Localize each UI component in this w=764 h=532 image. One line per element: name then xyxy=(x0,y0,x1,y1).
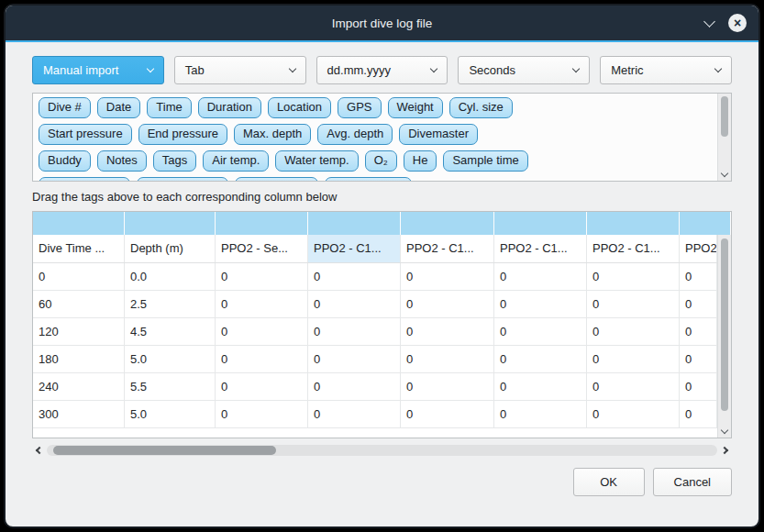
tags-list: Dive #DateTimeDurationLocationGPSWeightC… xyxy=(33,94,717,181)
tag-sample-po[interactable]: Sample pO₂ xyxy=(235,177,317,181)
drop-target-cell[interactable] xyxy=(33,212,125,235)
drop-target-cell[interactable] xyxy=(308,212,401,235)
table-cell: 240 xyxy=(33,373,125,400)
tag-date[interactable]: Date xyxy=(97,97,140,118)
tag-sample-time[interactable]: Sample time xyxy=(443,150,527,172)
table-row: 2405.5000000 xyxy=(33,373,717,401)
table-cell: 0 xyxy=(216,318,308,345)
scrollbar-thumb[interactable] xyxy=(721,238,728,411)
table-cell: 0 xyxy=(308,373,401,400)
units-system-dropdown[interactable]: Metric xyxy=(600,56,732,84)
tags-vertical-scrollbar[interactable] xyxy=(717,94,731,181)
table-cell: 0 xyxy=(494,373,587,400)
tag-weight[interactable]: Weight xyxy=(388,97,443,118)
tag-buddy[interactable]: Buddy xyxy=(39,150,91,172)
import-mode-dropdown[interactable]: Manual import xyxy=(32,56,164,84)
column-header[interactable]: PPO2 - C1... xyxy=(308,235,401,262)
table-cell: 0 xyxy=(216,346,308,372)
drop-target-cell[interactable] xyxy=(587,212,680,235)
chevron-down-icon xyxy=(714,65,722,72)
column-header[interactable]: PPO2 xyxy=(680,235,717,262)
table-cell: 0 xyxy=(308,346,401,372)
chevron-down-icon xyxy=(430,65,437,72)
column-header[interactable]: Dive Time ... xyxy=(33,235,125,262)
tag-time[interactable]: Time xyxy=(147,97,191,118)
table-row: 1204.5000000 xyxy=(33,318,717,346)
drop-target-cell[interactable] xyxy=(401,212,494,235)
tag-sample-temp[interactable]: Sample temp. xyxy=(137,177,228,181)
column-header[interactable]: PPO2 - C1... xyxy=(587,235,680,262)
tag-duration[interactable]: Duration xyxy=(198,97,261,118)
date-format-dropdown[interactable]: dd.mm.yyyy xyxy=(316,56,448,84)
table-cell: 180 xyxy=(33,346,125,372)
titlebar[interactable]: Import dive log file × xyxy=(6,6,758,40)
tag-avg-depth[interactable]: Avg. depth xyxy=(317,124,393,145)
close-icon: × xyxy=(734,17,741,29)
table-cell: 0 xyxy=(587,263,680,290)
table-vertical-scrollbar[interactable] xyxy=(717,235,731,438)
close-button[interactable]: × xyxy=(728,14,747,32)
tag-location[interactable]: Location xyxy=(268,97,331,118)
import-preview-table: Dive Time ...Depth (m)PPO2 - Se...PPO2 -… xyxy=(32,211,732,438)
table-cell: 0 xyxy=(494,263,587,290)
units-system-value: Metric xyxy=(611,63,643,77)
tag-max-depth[interactable]: Max. depth xyxy=(234,124,311,145)
tag-air-temp[interactable]: Air temp. xyxy=(203,150,269,172)
column-header[interactable]: PPO2 - C1... xyxy=(494,235,587,262)
scroll-right-button[interactable] xyxy=(717,448,732,453)
duration-format-dropdown[interactable]: Seconds xyxy=(458,56,590,84)
field-separator-dropdown[interactable]: Tab xyxy=(174,56,306,84)
table-cell: 0 xyxy=(680,373,717,400)
tag-row: Dive #DateTimeDurationLocationGPSWeightC… xyxy=(39,97,712,118)
tag-o[interactable]: O₂ xyxy=(365,150,397,172)
drop-target-cell[interactable] xyxy=(216,212,308,235)
table-row: 3005.0000000 xyxy=(33,401,717,428)
tag-he[interactable]: He xyxy=(404,150,437,172)
column-header[interactable]: PPO2 - Se... xyxy=(216,235,308,262)
field-separator-value: Tab xyxy=(185,63,205,77)
table-cell: 4.5 xyxy=(125,318,216,345)
horizontal-scroll-track[interactable] xyxy=(47,445,717,456)
instruction-text: Drag the tags above to each correspondin… xyxy=(32,190,732,204)
tag-sample-depth[interactable]: Sample depth xyxy=(39,177,130,181)
scrollbar-thumb[interactable] xyxy=(53,446,276,455)
scroll-left-button[interactable] xyxy=(32,448,47,453)
import-options-row: Manual import Tab dd.mm.yyyy Seconds Met… xyxy=(32,56,732,84)
tag-row: BuddyNotesTagsAir temp.Water temp.O₂HeSa… xyxy=(39,150,712,172)
tag-end-pressure[interactable]: End pressure xyxy=(138,124,227,145)
tag-dive[interactable]: Dive # xyxy=(39,97,91,118)
column-header[interactable]: PPO2 - C1... xyxy=(401,235,494,262)
table-cell: 0 xyxy=(401,291,494,317)
tag-start-pressure[interactable]: Start pressure xyxy=(39,124,132,145)
cancel-button[interactable]: Cancel xyxy=(653,468,732,496)
column-header[interactable]: Depth (m) xyxy=(125,235,216,262)
ok-button[interactable]: OK xyxy=(573,468,645,496)
table-cell: 0 xyxy=(680,346,717,372)
drop-target-cell[interactable] xyxy=(494,212,587,235)
titlebar-buttons: × xyxy=(705,6,747,40)
tag-water-temp[interactable]: Water temp. xyxy=(275,150,358,172)
table-cell: 2.5 xyxy=(125,291,216,317)
tag-row: Start pressureEnd pressureMax. depthAvg.… xyxy=(39,124,712,145)
table-cell: 120 xyxy=(33,318,125,345)
chevron-down-icon[interactable] xyxy=(703,16,715,28)
tag-divemaster[interactable]: Divemaster xyxy=(399,124,478,145)
table-row: 00.0000000 xyxy=(33,263,717,291)
table-cell: 0 xyxy=(216,263,308,290)
drop-target-cell[interactable] xyxy=(680,212,731,235)
tag-notes[interactable]: Notes xyxy=(97,150,147,172)
date-format-value: dd.mm.yyyy xyxy=(327,63,391,77)
drop-target-cell[interactable] xyxy=(125,212,216,235)
table-cell: 0 xyxy=(308,263,401,290)
table-horizontal-scrollbar[interactable] xyxy=(32,443,732,458)
scroll-down-icon[interactable] xyxy=(721,427,728,434)
tag-gps[interactable]: GPS xyxy=(338,97,381,118)
tag-cyl-size[interactable]: Cyl. size xyxy=(449,97,513,118)
scrollbar-thumb[interactable] xyxy=(721,96,728,137)
table-cell: 0 xyxy=(401,263,494,290)
scroll-down-icon[interactable] xyxy=(721,170,728,177)
table-cell: 0 xyxy=(33,263,125,290)
table-cell: 5.0 xyxy=(125,401,216,427)
tag-tags[interactable]: Tags xyxy=(153,150,196,172)
tag-sample-cns[interactable]: Sample CNS xyxy=(325,177,412,181)
